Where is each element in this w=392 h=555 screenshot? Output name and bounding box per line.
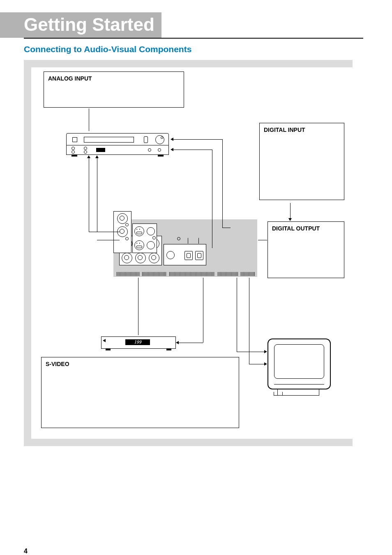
analog-input-label: ANALOG INPUT	[48, 75, 92, 82]
rca-jack-icon	[122, 253, 132, 263]
wire	[173, 139, 222, 140]
indicator-icon	[177, 237, 180, 240]
wire	[97, 158, 97, 232]
analog-input-label-box: ANALOG INPUT	[44, 71, 184, 108]
wire	[222, 139, 223, 228]
tv-body-icon	[267, 339, 331, 389]
svideo-label-box: S-VIDEO	[41, 357, 239, 428]
svideo-jack-icon	[134, 240, 144, 250]
jack-icon	[158, 148, 161, 152]
wire	[97, 240, 120, 240]
section-subheading: Connecting to Audio-Visual Components	[0, 39, 392, 60]
dvd-knob-icon	[155, 135, 164, 144]
wire	[138, 278, 138, 335]
dvd-player-device	[66, 133, 169, 155]
tv-stand-foot-icon	[274, 392, 283, 396]
svideo-column	[113, 211, 131, 253]
tv-screen-icon	[274, 344, 324, 379]
digital-column	[132, 223, 157, 253]
svideo-jack-icon	[134, 226, 144, 236]
vent-icon	[218, 272, 238, 276]
jack-icon	[71, 147, 75, 150]
manual-page: Getting Started Connecting to Audio-Visu…	[0, 12, 392, 555]
video-jack-icon	[117, 213, 128, 224]
wire	[89, 232, 120, 232]
wire	[89, 158, 89, 232]
wire	[89, 108, 89, 131]
label-badge-icon	[96, 148, 105, 152]
optical-jack-icon	[184, 251, 193, 260]
digital-input-label: DIGITAL INPUT	[264, 127, 305, 133]
dvd-tray-icon	[84, 137, 134, 143]
jack-icon	[84, 150, 87, 154]
device-foot-icon	[106, 348, 111, 350]
jack-icon	[71, 150, 75, 154]
optical-jack-icon	[195, 251, 203, 260]
wire	[237, 278, 237, 352]
wire	[258, 240, 267, 240]
indicator-icon	[152, 236, 156, 240]
dvd-front-panel	[66, 133, 169, 145]
digital-section	[113, 219, 149, 252]
rca-jack-icon	[149, 253, 159, 263]
digital-input-label-box: DIGITAL INPUT	[259, 123, 344, 200]
rca-jack-icon	[135, 253, 146, 263]
wire	[222, 228, 231, 228]
vent-icon	[241, 272, 256, 276]
video-optical-section	[164, 244, 206, 265]
indicator-icon	[125, 237, 129, 240]
wire	[237, 352, 265, 352]
diagram-area: ANALOG INPUT DIGITAL INPUT DIGITAL OUTPU…	[24, 60, 353, 446]
device-foot-icon	[166, 348, 171, 350]
rear-panel-device	[113, 219, 257, 277]
tv-panel-line-icon	[274, 384, 324, 385]
jack-icon	[84, 147, 87, 150]
wire	[203, 278, 203, 343]
svideo-label: S-VIDEO	[46, 361, 69, 367]
wire	[249, 278, 249, 364]
vent-icon	[142, 272, 167, 276]
digital-output-label-box: DIGITAL OUTPUT	[267, 221, 344, 278]
coax-jack-icon	[147, 227, 155, 235]
tv-device	[267, 339, 329, 398]
wire	[173, 150, 212, 150]
vent-icon	[117, 272, 140, 276]
wire	[212, 150, 212, 248]
dvd-rear-strip	[66, 145, 169, 155]
digital-output-label: DIGITAL OUTPUT	[272, 225, 320, 232]
page-title: Getting Started	[0, 12, 161, 38]
tuner-display: 199	[125, 339, 150, 345]
divider-icon	[198, 238, 199, 244]
tuner-device: 199	[101, 336, 176, 349]
wire	[178, 343, 203, 343]
dvd-display-icon	[144, 136, 148, 143]
coax-jack-icon	[147, 241, 155, 249]
divider-icon	[188, 238, 188, 244]
indicator-icon	[125, 223, 129, 226]
wire	[249, 364, 265, 364]
diagram-canvas: ANALOG INPUT DIGITAL INPUT DIGITAL OUTPU…	[31, 67, 353, 439]
page-number: 4	[24, 548, 28, 555]
jack-icon	[148, 148, 151, 152]
device-foot-icon	[158, 154, 164, 157]
video-jack-icon	[166, 251, 175, 259]
tv-stand-icon	[277, 389, 319, 396]
dvd-power-icon	[72, 137, 77, 142]
device-foot-icon	[71, 154, 77, 157]
vent-icon	[169, 272, 214, 276]
wire	[290, 203, 291, 219]
